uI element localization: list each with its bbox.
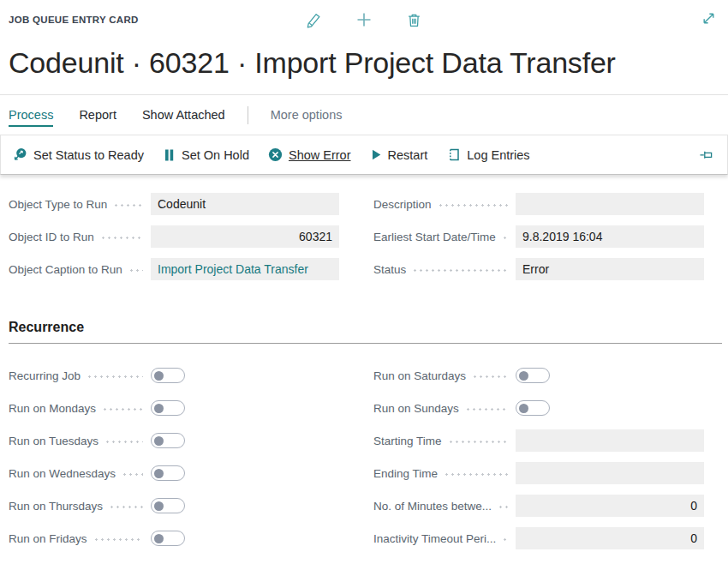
recurring-job-toggle[interactable] <box>151 368 185 383</box>
toggle-knob <box>519 404 528 413</box>
dotted-leader <box>109 506 143 508</box>
log-entries-button[interactable]: Log Entries <box>446 147 529 162</box>
field-label: Status <box>373 263 406 276</box>
toggle-knob <box>154 371 164 381</box>
toggle-row-run-on-mondays: Run on Mondays <box>9 397 339 419</box>
tab-show-attached[interactable]: Show Attached <box>142 104 225 127</box>
field-row-earliest-start: Earliest Start Date/Time 9.8.2019 16:04 <box>373 225 704 248</box>
tab-report[interactable]: Report <box>79 104 116 127</box>
general-right-column: Description Earliest Start Date/Time 9.8… <box>373 193 704 291</box>
recurrence-right-column: Run on Saturdays Run on Sundays Starting… <box>373 364 704 560</box>
set-status-to-ready-button[interactable]: Set Status to Ready <box>13 147 144 162</box>
toggle-row-run-on-tuesdays: Run on Tuesdays <box>9 429 339 452</box>
action-label: Set On Hold <box>182 148 249 162</box>
field-label: Run on Sundays <box>373 402 459 415</box>
earliest-start-datetime-field[interactable]: 9.8.2019 16:04 <box>516 225 704 248</box>
dotted-leader <box>128 269 143 272</box>
run-on-wednesdays-toggle[interactable] <box>151 465 185 481</box>
toggle-knob <box>154 534 164 543</box>
toggle-row-run-on-sundays: Run on Sundays <box>373 397 704 419</box>
field-label: Ending Time <box>373 467 438 480</box>
dotted-leader <box>412 269 508 272</box>
action-label: Log Entries <box>467 148 529 162</box>
run-on-tuesdays-toggle[interactable] <box>151 433 185 448</box>
action-bar: Set Status to Ready Set On Hold Show Err… <box>0 135 728 175</box>
toggle-knob <box>154 404 164 413</box>
status-ready-icon <box>13 147 27 162</box>
run-on-saturdays-toggle[interactable] <box>516 368 550 383</box>
header-action-icons <box>306 11 422 28</box>
action-label: Set Status to Ready <box>33 148 144 162</box>
job-queue-entry-card-page: JOB QUEUE ENTRY CARD Codeunit · 60321 · … <box>0 0 728 564</box>
general-left-column: Object Type to Run Codeunit Object ID to… <box>9 193 339 291</box>
action-label: Restart <box>388 148 428 162</box>
run-on-fridays-toggle[interactable] <box>151 531 185 546</box>
play-icon <box>370 148 382 161</box>
general-section: Object Type to Run Codeunit Object ID to… <box>0 175 728 291</box>
pin-action-bar-button[interactable] <box>699 147 713 162</box>
page-caption: JOB QUEUE ENTRY CARD <box>9 15 139 25</box>
field-label: Run on Thursdays <box>9 500 103 513</box>
starting-time-field[interactable] <box>516 429 704 452</box>
menu-tab-row: Process Report Show Attached More option… <box>0 95 728 135</box>
log-icon <box>446 147 461 162</box>
window-header: JOB QUEUE ENTRY CARD <box>0 0 728 39</box>
dotted-leader <box>465 408 508 411</box>
expand-diagonal-icon[interactable] <box>701 11 716 26</box>
show-error-button[interactable]: Show Error <box>268 147 351 162</box>
no-of-minutes-between-field[interactable]: 0 <box>516 495 704 517</box>
field-label: No. of Minutes betwe... <box>373 500 492 513</box>
toggle-knob <box>519 371 528 381</box>
field-label: Description <box>373 198 432 211</box>
field-row-starting-time: Starting Time <box>373 429 704 452</box>
object-caption-to-run-link[interactable]: Import Project Data Transfer <box>151 258 339 280</box>
toggle-knob <box>154 501 164 511</box>
dotted-leader <box>113 204 143 207</box>
field-row-ending-time: Ending Time <box>373 462 704 484</box>
status-field[interactable]: Error <box>516 258 704 280</box>
field-row-object-type-to-run: Object Type to Run Codeunit <box>9 193 339 215</box>
dotted-leader <box>87 375 143 378</box>
tab-more-options[interactable]: More options <box>271 104 343 127</box>
field-label: Earliest Start Date/Time <box>373 231 496 243</box>
action-label: Show Error <box>289 148 351 162</box>
object-type-to-run-field[interactable]: Codeunit <box>151 193 339 215</box>
pause-icon <box>163 148 176 162</box>
toggle-row-run-on-fridays: Run on Fridays <box>9 527 339 549</box>
delete-trash-icon[interactable] <box>406 12 422 28</box>
run-on-thursdays-toggle[interactable] <box>151 498 185 513</box>
recurrence-heading: Recurrence <box>9 320 722 344</box>
dotted-leader <box>100 237 143 239</box>
dotted-leader <box>448 441 508 443</box>
toggle-row-run-on-thursdays: Run on Thursdays <box>9 495 339 517</box>
field-label: Inactivity Timeout Peri... <box>373 532 496 545</box>
run-on-mondays-toggle[interactable] <box>151 400 185 416</box>
run-on-sundays-toggle[interactable] <box>516 400 550 416</box>
toggle-knob <box>154 436 164 446</box>
new-plus-icon[interactable] <box>355 11 373 28</box>
field-label: Run on Tuesdays <box>9 435 98 447</box>
field-row-object-caption-to-run: Object Caption to Run Import Project Dat… <box>9 258 339 280</box>
toggle-row-recurring-job: Recurring Job <box>9 364 339 387</box>
inactivity-timeout-period-field[interactable]: 0 <box>516 527 704 549</box>
field-label: Run on Saturdays <box>373 369 466 382</box>
field-row-no-of-minutes-between: No. of Minutes betwe... 0 <box>373 495 704 517</box>
restart-button[interactable]: Restart <box>370 148 428 162</box>
dotted-leader <box>472 375 508 378</box>
toggle-row-run-on-wednesdays: Run on Wednesdays <box>9 462 339 484</box>
set-on-hold-button[interactable]: Set On Hold <box>163 148 249 162</box>
field-label: Object Caption to Run <box>9 263 122 276</box>
edit-pencil-icon[interactable] <box>306 12 322 28</box>
object-id-to-run-field[interactable]: 60321 <box>151 225 339 248</box>
field-label: Run on Wednesdays <box>9 467 116 480</box>
dotted-leader <box>122 473 143 476</box>
ending-time-field[interactable] <box>516 462 704 484</box>
error-circle-icon <box>268 147 283 162</box>
recurrence-left-column: Recurring Job Run on Mondays Run on Tues… <box>9 364 339 560</box>
page-title: Codeunit · 60321 · Import Project Data T… <box>0 39 728 94</box>
dotted-leader <box>102 408 143 411</box>
recurrence-section: Recurring Job Run on Mondays Run on Tues… <box>0 344 728 560</box>
description-field[interactable] <box>516 193 704 215</box>
tab-process[interactable]: Process <box>9 104 53 127</box>
dotted-leader <box>104 441 143 443</box>
